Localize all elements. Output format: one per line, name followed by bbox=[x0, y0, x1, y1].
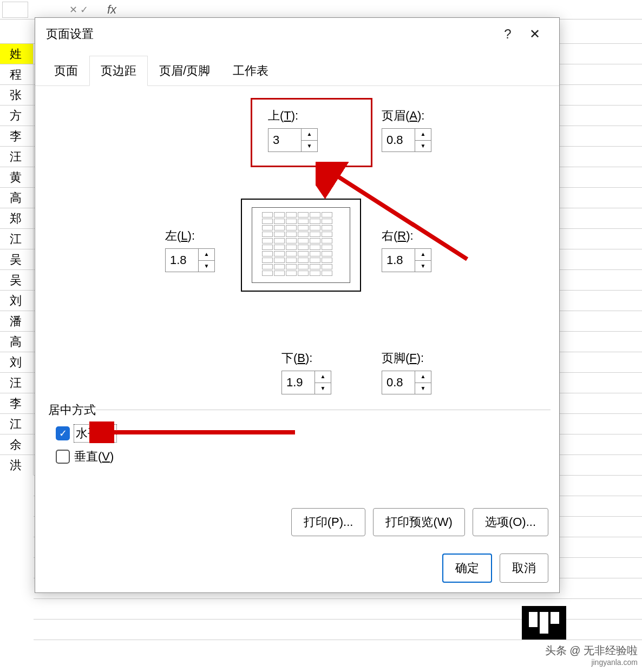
watermark-line2: jingyanla.com bbox=[545, 658, 638, 667]
bottom-margin-label: 下(B): bbox=[281, 350, 331, 366]
tab-page[interactable]: 页面 bbox=[43, 56, 89, 86]
row-cell[interactable]: 黄 bbox=[0, 167, 34, 187]
tab-margins[interactable]: 页边距 bbox=[89, 56, 148, 86]
row-cell[interactable]: 张 bbox=[0, 84, 34, 105]
checkbox-icon bbox=[56, 450, 70, 464]
right-margin-label: 右(R): bbox=[382, 228, 431, 244]
footer-margin-group: 页脚(F): ▲▼ bbox=[382, 350, 431, 394]
print-button[interactable]: 打印(P)... bbox=[291, 508, 366, 536]
row-cell[interactable]: 余 bbox=[0, 434, 34, 454]
spin-down-icon[interactable]: ▼ bbox=[415, 141, 431, 152]
tab-sheet[interactable]: 工作表 bbox=[221, 56, 280, 86]
row-cell[interactable]: 汪 bbox=[0, 372, 34, 393]
dialog-title: 页面设置 bbox=[46, 26, 494, 42]
center-horizontal-label: 水平(Z) bbox=[74, 425, 116, 442]
spin-down-icon[interactable]: ▼ bbox=[415, 261, 431, 272]
page-preview bbox=[241, 199, 361, 292]
close-button[interactable]: ✕ bbox=[521, 27, 548, 42]
header-margin-input[interactable]: ▲▼ bbox=[382, 128, 431, 152]
row-cell[interactable]: 李 bbox=[0, 393, 34, 413]
dialog-content: 上(T): ▲▼ 页眉(A): ▲▼ 左(L): ▲▼ bbox=[35, 86, 559, 562]
formula-bar: ✕ ✓ fx bbox=[0, 0, 642, 19]
center-vertical-checkbox[interactable]: 垂直(V) bbox=[56, 449, 114, 465]
center-vertical-label: 垂直(V) bbox=[74, 449, 114, 465]
row-cell[interactable]: 高 bbox=[0, 331, 34, 352]
row-cell[interactable]: 李 bbox=[0, 126, 34, 146]
left-margin-group: 左(L): ▲▼ bbox=[165, 228, 215, 272]
options-button[interactable]: 选项(O)... bbox=[473, 508, 548, 536]
row-cell[interactable]: 刘 bbox=[0, 352, 34, 372]
center-section-label: 居中方式 bbox=[46, 402, 98, 418]
bottom-margin-group: 下(B): ▲▼ bbox=[281, 350, 331, 394]
spin-down-icon[interactable]: ▼ bbox=[415, 383, 431, 394]
spin-up-icon[interactable]: ▲ bbox=[302, 129, 317, 141]
dialog-tabs: 页面 页边距 页眉/页脚 工作表 bbox=[35, 56, 559, 86]
left-margin-label: 左(L): bbox=[165, 228, 215, 244]
watermark-line1: 头条 @ 无非经验啦 bbox=[545, 643, 638, 658]
row-cell[interactable]: 洪 bbox=[0, 454, 34, 475]
right-margin-input[interactable]: ▲▼ bbox=[382, 248, 431, 272]
left-margin-input[interactable]: ▲▼ bbox=[165, 248, 215, 272]
row-headers: 姓 程 张 方 李 汪 黄 高 郑 江 吴 吴 刘 潘 高 刘 汪 李 江 余 … bbox=[0, 43, 34, 475]
row-cell[interactable]: 潘 bbox=[0, 311, 34, 331]
footer-margin-label: 页脚(F): bbox=[382, 350, 431, 366]
watermark: 头条 @ 无非经验啦 jingyanla.com bbox=[545, 643, 638, 667]
spin-down-icon[interactable]: ▼ bbox=[315, 383, 331, 394]
name-box[interactable] bbox=[2, 2, 28, 18]
spin-down-icon[interactable]: ▼ bbox=[199, 261, 214, 272]
row-cell[interactable]: 高 bbox=[0, 187, 34, 208]
cancel-button[interactable]: 取消 bbox=[500, 554, 548, 583]
bottom-margin-input[interactable]: ▲▼ bbox=[281, 371, 331, 394]
dialog-action-row: 打印(P)... 打印预览(W) 选项(O)... bbox=[291, 508, 548, 536]
dialog-titlebar: 页面设置 ? ✕ bbox=[35, 18, 559, 50]
right-margin-group: 右(R): ▲▼ bbox=[382, 228, 431, 272]
arrow-annotation bbox=[89, 421, 306, 443]
row-cell[interactable]: 姓 bbox=[0, 43, 34, 64]
top-margin-input[interactable]: ▲▼ bbox=[268, 128, 318, 152]
footer-margin-input[interactable]: ▲▼ bbox=[382, 371, 431, 394]
center-horizontal-checkbox[interactable]: ✓ 水平(Z) bbox=[56, 425, 116, 442]
tab-headerfooter[interactable]: 页眉/页脚 bbox=[148, 56, 221, 86]
top-margin-group: 上(T): ▲▼ bbox=[268, 108, 318, 152]
spin-down-icon[interactable]: ▼ bbox=[302, 141, 317, 152]
row-cell[interactable]: 吴 bbox=[0, 269, 34, 290]
row-cell[interactable]: 江 bbox=[0, 228, 34, 249]
checkbox-icon: ✓ bbox=[56, 426, 70, 440]
watermark-icon bbox=[522, 606, 566, 640]
spin-up-icon[interactable]: ▲ bbox=[415, 249, 431, 261]
spin-up-icon[interactable]: ▲ bbox=[415, 371, 431, 383]
row-cell[interactable]: 程 bbox=[0, 64, 34, 84]
spin-up-icon[interactable]: ▲ bbox=[415, 129, 431, 141]
row-cell[interactable]: 吴 bbox=[0, 249, 34, 269]
row-cell[interactable]: 江 bbox=[0, 413, 34, 434]
row-cell[interactable]: 刘 bbox=[0, 290, 34, 311]
row-cell[interactable]: 汪 bbox=[0, 146, 34, 167]
spin-up-icon[interactable]: ▲ bbox=[315, 371, 331, 383]
row-cell[interactable]: 郑 bbox=[0, 208, 34, 228]
header-margin-label: 页眉(A): bbox=[382, 108, 431, 124]
spin-up-icon[interactable]: ▲ bbox=[199, 249, 214, 261]
ok-button[interactable]: 确定 bbox=[442, 554, 492, 583]
header-margin-group: 页眉(A): ▲▼ bbox=[382, 108, 431, 152]
dialog-footer: 确定 取消 bbox=[442, 554, 548, 583]
page-setup-dialog: 页面设置 ? ✕ 页面 页边距 页眉/页脚 工作表 上(T): ▲▼ 页眉(A)… bbox=[35, 17, 560, 593]
formula-bar-icons[interactable]: ✕ ✓ bbox=[66, 4, 94, 16]
row-cell[interactable]: 方 bbox=[0, 105, 34, 126]
fx-label: fx bbox=[107, 3, 116, 17]
print-preview-button[interactable]: 打印预览(W) bbox=[373, 508, 464, 536]
help-button[interactable]: ? bbox=[494, 27, 521, 42]
top-margin-label: 上(T): bbox=[268, 108, 318, 124]
